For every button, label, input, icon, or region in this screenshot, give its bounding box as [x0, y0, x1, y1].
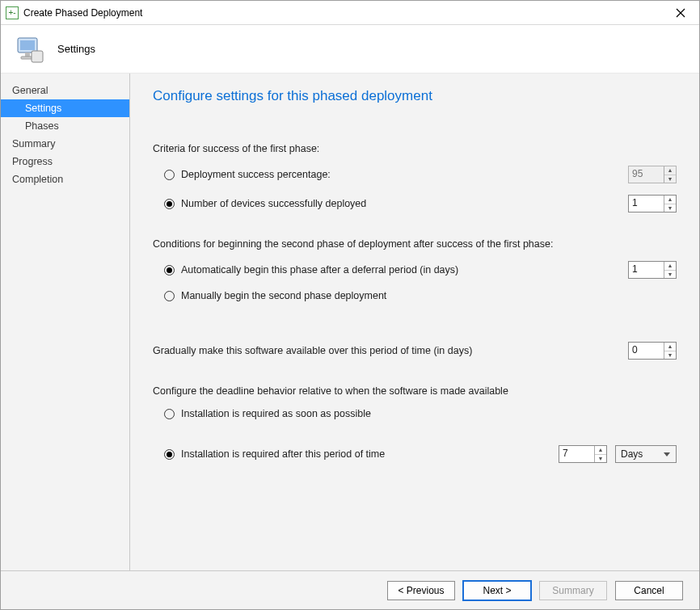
radio-success-devices[interactable]: [164, 199, 175, 209]
label-success-devices: Number of devices successfully deployed: [181, 198, 628, 209]
criteria-label: Criteria for success of the first phase:: [153, 143, 677, 154]
radio-manual-begin[interactable]: [164, 291, 175, 301]
header-title: Settings: [57, 43, 95, 55]
label-manual-begin: Manually begin the second phase deployme…: [181, 290, 677, 301]
app-icon: +-: [6, 6, 19, 19]
spin-success-devices[interactable]: 1 ▲▼: [628, 195, 677, 212]
svg-rect-6: [32, 51, 43, 62]
header-band: Settings: [1, 25, 699, 74]
radio-success-percentage[interactable]: [164, 170, 175, 180]
spin-auto-begin-buttons[interactable]: ▲▼: [664, 262, 676, 278]
previous-button[interactable]: < Previous: [387, 581, 455, 600]
titlebar: +- Create Phased Deployment: [1, 1, 699, 25]
radio-install-after[interactable]: [164, 449, 175, 460]
spin-install-after-value[interactable]: 7: [559, 446, 594, 462]
close-button[interactable]: [662, 1, 699, 25]
label-gradual: Gradually make this software available o…: [153, 345, 628, 356]
spin-install-after[interactable]: 7 ▲▼: [559, 445, 607, 463]
sidebar-item-completion[interactable]: Completion: [1, 170, 129, 188]
spin-gradual-buttons[interactable]: ▲▼: [664, 343, 676, 359]
row-gradual: Gradually make this software available o…: [153, 342, 677, 360]
sidebar-item-settings[interactable]: Settings: [1, 99, 129, 117]
wizard-window: +- Create Phased Deployment Settings Gen…: [0, 0, 700, 610]
svg-rect-4: [25, 53, 30, 57]
next-button[interactable]: Next >: [463, 581, 531, 600]
sidebar: General Settings Phases Summary Progress…: [1, 74, 130, 570]
select-install-after-unit-value: Days: [621, 448, 643, 460]
content-pane: Configure settings for this phased deplo…: [130, 74, 699, 570]
summary-button: Summary: [539, 581, 607, 600]
label-install-after: Installation is required after this peri…: [181, 448, 559, 460]
spin-success-percentage-buttons: ▲▼: [664, 166, 676, 183]
cancel-button[interactable]: Cancel: [615, 581, 683, 600]
row-install-after: Installation is required after this peri…: [153, 445, 677, 463]
sidebar-item-summary[interactable]: Summary: [1, 135, 129, 153]
row-success-devices: Number of devices successfully deployed …: [153, 195, 677, 212]
close-icon: [676, 8, 685, 18]
footer: < Previous Next > Summary Cancel: [1, 570, 699, 609]
row-manual-begin: Manually begin the second phase deployme…: [153, 290, 677, 301]
spin-success-devices-buttons[interactable]: ▲▼: [664, 196, 676, 212]
radio-auto-begin[interactable]: [164, 265, 175, 276]
radio-install-asap[interactable]: [164, 409, 175, 419]
page-heading: Configure settings for this phased deplo…: [153, 88, 677, 104]
select-install-after-unit[interactable]: Days: [615, 445, 677, 463]
label-install-asap: Installation is required as soon as poss…: [181, 408, 677, 419]
row-success-percentage: Deployment success percentage: 95 ▲▼: [153, 166, 677, 183]
spin-success-percentage-value: 95: [629, 166, 664, 183]
sidebar-item-phases[interactable]: Phases: [1, 117, 129, 135]
sidebar-item-general[interactable]: General: [1, 82, 129, 99]
spin-gradual[interactable]: 0 ▲▼: [628, 342, 677, 360]
spin-auto-begin-value[interactable]: 1: [629, 262, 664, 278]
sidebar-item-progress[interactable]: Progress: [1, 153, 129, 170]
spin-success-devices-value[interactable]: 1: [629, 196, 664, 212]
svg-rect-3: [20, 40, 35, 50]
row-install-asap: Installation is required as soon as poss…: [153, 408, 677, 419]
row-auto-begin: Automatically begin this phase after a d…: [153, 261, 677, 279]
spin-success-percentage: 95 ▲▼: [628, 166, 677, 183]
computer-icon: [14, 33, 46, 65]
conditions-label: Conditions for beginning the second phas…: [153, 238, 677, 250]
label-auto-begin: Automatically begin this phase after a d…: [181, 264, 628, 276]
label-success-percentage: Deployment success percentage:: [181, 169, 628, 180]
spin-install-after-buttons[interactable]: ▲▼: [594, 446, 606, 462]
window-title: Create Phased Deployment: [23, 7, 662, 19]
deadline-label: Configure the deadline behavior relative…: [153, 385, 677, 397]
spin-auto-begin[interactable]: 1 ▲▼: [628, 261, 677, 279]
wizard-body: General Settings Phases Summary Progress…: [1, 74, 699, 570]
spin-gradual-value[interactable]: 0: [629, 343, 664, 359]
